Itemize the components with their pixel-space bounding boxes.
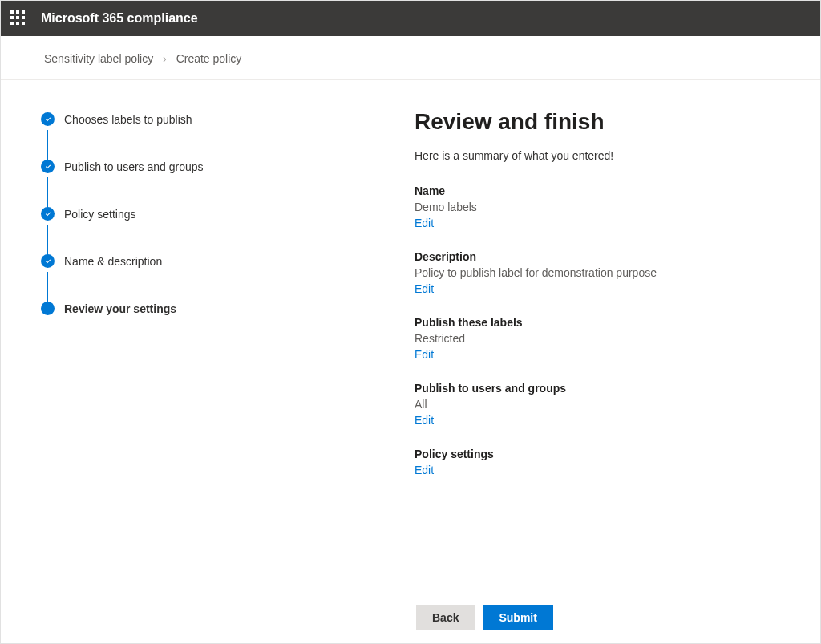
- step-review-settings[interactable]: Review your settings: [41, 302, 374, 315]
- checkmark-icon: [41, 112, 55, 126]
- chevron-right-icon: ›: [163, 52, 167, 65]
- step-publish-users[interactable]: Publish to users and groups: [41, 160, 374, 173]
- step-label: Chooses labels to publish: [64, 113, 192, 126]
- step-name-description[interactable]: Name & description: [41, 254, 374, 268]
- step-chooses-labels[interactable]: Chooses labels to publish: [41, 112, 374, 126]
- section-policy-settings: Policy settings Edit: [415, 448, 788, 476]
- section-publish-labels: Publish these labels Restricted Edit: [415, 316, 788, 361]
- back-button[interactable]: Back: [416, 605, 475, 630]
- edit-publish-labels-link[interactable]: Edit: [415, 348, 788, 361]
- app-title: Microsoft 365 compliance: [41, 11, 198, 26]
- breadcrumb-current: Create policy: [176, 52, 242, 65]
- checkmark-icon: [41, 160, 55, 173]
- page-title: Review and finish: [415, 109, 788, 135]
- section-name: Name Demo labels Edit: [415, 184, 788, 229]
- section-description: Description Policy to publish label for …: [415, 250, 788, 295]
- submit-button[interactable]: Submit: [483, 605, 552, 630]
- checkmark-icon: [41, 254, 55, 268]
- edit-name-link[interactable]: Edit: [415, 217, 788, 229]
- breadcrumb-parent[interactable]: Sensitivity label policy: [44, 52, 153, 65]
- section-title: Description: [415, 250, 788, 263]
- breadcrumb: Sensitivity label policy › Create policy: [1, 36, 820, 80]
- section-title: Publish to users and groups: [415, 382, 788, 395]
- step-policy-settings[interactable]: Policy settings: [41, 207, 374, 221]
- app-launcher-icon[interactable]: [10, 10, 26, 26]
- section-title: Publish these labels: [415, 316, 788, 329]
- current-step-icon: [41, 302, 55, 315]
- section-value: All: [415, 398, 788, 411]
- edit-publish-users-link[interactable]: Edit: [415, 414, 788, 427]
- section-value: Demo labels: [415, 200, 788, 213]
- main-panel: Review and finish Here is a summary of w…: [374, 80, 820, 593]
- section-publish-users: Publish to users and groups All Edit: [415, 382, 788, 427]
- edit-policy-settings-link[interactable]: Edit: [415, 464, 788, 476]
- step-label: Policy settings: [64, 208, 135, 221]
- section-title: Name: [415, 184, 788, 197]
- section-value: Policy to publish label for demonstratio…: [415, 266, 788, 279]
- section-title: Policy settings: [415, 448, 788, 460]
- step-label: Review your settings: [64, 302, 176, 315]
- step-label: Publish to users and groups: [64, 160, 204, 173]
- topbar: Microsoft 365 compliance: [1, 1, 820, 36]
- wizard-footer: Back Submit: [1, 593, 820, 630]
- summary-intro: Here is a summary of what you entered!: [415, 149, 788, 162]
- step-label: Name & description: [64, 255, 162, 268]
- wizard-steps-panel: Chooses labels to publish Publish to use…: [1, 80, 374, 593]
- section-value: Restricted: [415, 332, 788, 345]
- checkmark-icon: [41, 207, 55, 221]
- edit-description-link[interactable]: Edit: [415, 282, 788, 295]
